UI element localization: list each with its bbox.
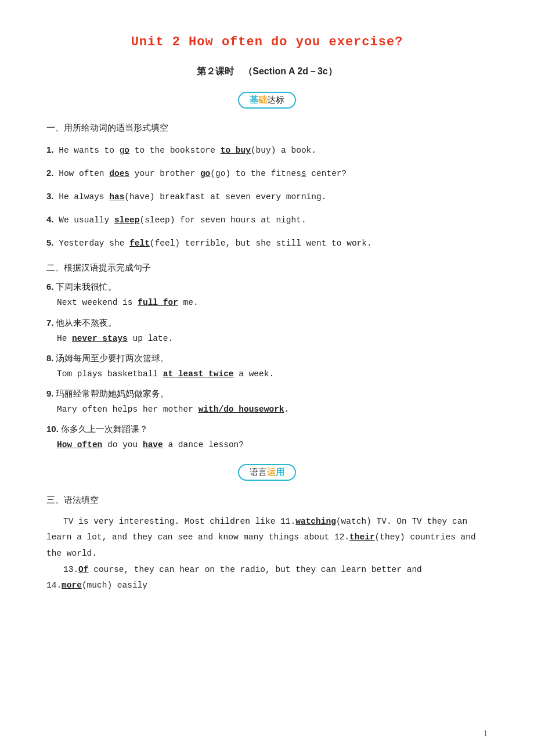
q1-answer2: to buy bbox=[221, 146, 251, 155]
ans14: more bbox=[62, 581, 82, 590]
q10-chinese: 10. 你多久上一次舞蹈课？ bbox=[46, 424, 488, 435]
q3-num: 3. bbox=[46, 191, 54, 201]
question-3: 3. He always has(have) breakfast at seve… bbox=[46, 188, 488, 204]
section3-header: 三、语法填空 bbox=[46, 495, 488, 506]
ans12: their bbox=[349, 532, 375, 542]
q7-answer: never stays bbox=[72, 334, 128, 343]
subtitle: 第２课时 （Section A 2d－3c） bbox=[46, 66, 488, 78]
q7-english: He never stays up late. bbox=[57, 331, 488, 346]
paragraph-section: TV is very interesting. Most children li… bbox=[46, 514, 488, 594]
q2-answer2: go bbox=[200, 169, 210, 178]
q2-num: 2. bbox=[46, 168, 54, 178]
question-5: 5. Yesterday she felt(feel) terrible, bu… bbox=[46, 235, 488, 251]
q5-answer1: felt bbox=[129, 239, 150, 248]
q6-english: Next weekend is full for me. bbox=[57, 295, 488, 310]
q6-answer: full for bbox=[138, 298, 178, 307]
q9-english: Mary often helps her mother with/do hous… bbox=[57, 402, 488, 417]
badge2-container: 语言运用 bbox=[46, 464, 488, 481]
badge2-char3: 用 bbox=[276, 467, 284, 478]
question-8: 8. 汤姆每周至少要打两次篮球。 Tom plays basketball at… bbox=[46, 353, 488, 381]
q7-chinese: 7. 他从来不熬夜。 bbox=[46, 318, 488, 329]
paragraph-text2: 13.Of course, they can hear on the radio… bbox=[46, 562, 488, 594]
question-10: 10. 你多久上一次舞蹈课？ How often do you have a d… bbox=[46, 424, 488, 452]
question-6: 6. 下周末我很忙。 Next weekend is full for me. bbox=[46, 282, 488, 310]
q10-answer2: have bbox=[143, 440, 163, 449]
q6-chinese: 6. 下周末我很忙。 bbox=[46, 282, 488, 293]
q9-chinese: 9. 玛丽经常帮助她妈妈做家务。 bbox=[46, 388, 488, 399]
page-number: 1 bbox=[484, 729, 488, 739]
section2-header: 二、根据汉语提示完成句子 bbox=[46, 262, 488, 273]
badge1-char2: 础 bbox=[258, 95, 267, 106]
badge1-char3: 达标 bbox=[267, 95, 284, 106]
section2: 二、根据汉语提示完成句子 6. 下周末我很忙。 Next weekend is … bbox=[46, 262, 488, 452]
q4-answer1: sleep bbox=[114, 215, 140, 225]
section1: 一、用所给动词的适当形式填空 1. He wants to go to the … bbox=[46, 123, 488, 251]
q8-english: Tom plays basketball at least twice a we… bbox=[57, 366, 488, 381]
question-1: 1. He wants to go to the bookstore to bu… bbox=[46, 142, 488, 158]
badge1: 基础达标 bbox=[238, 92, 296, 109]
q10-answer1: How often bbox=[57, 440, 102, 449]
question-2: 2. How often does your brother go(go) to… bbox=[46, 165, 488, 181]
section1-header: 一、用所给动词的适当形式填空 bbox=[46, 123, 488, 134]
ans13: Of bbox=[78, 565, 88, 574]
question-7: 7. 他从来不熬夜。 He never stays up late. bbox=[46, 318, 488, 346]
badge1-container: 基础达标 bbox=[46, 92, 488, 109]
q9-answer: with/do housework bbox=[199, 405, 284, 414]
q5-num: 5. bbox=[46, 237, 54, 247]
q1-num: 1. bbox=[46, 145, 54, 154]
section3: 三、语法填空 TV is very interesting. Most chil… bbox=[46, 495, 488, 594]
ans11: watching bbox=[295, 517, 336, 526]
questions-part1: 1. He wants to go to the bookstore to bu… bbox=[46, 142, 488, 251]
badge1-char1: 基 bbox=[250, 95, 258, 106]
q4-num: 4. bbox=[46, 214, 54, 224]
badge2: 语言运用 bbox=[238, 464, 296, 481]
q1-answer1: o bbox=[124, 146, 129, 155]
badge2-char1: 语言 bbox=[250, 467, 267, 478]
q10-english: How often do you have a dance lesson? bbox=[57, 437, 488, 452]
q2-answer1: does bbox=[109, 169, 129, 178]
q8-answer: at least twice bbox=[163, 369, 234, 379]
page-title: Unit 2 How often do you exercise? bbox=[46, 35, 488, 49]
question-4: 4. We usually sleep(sleep) for seven hou… bbox=[46, 211, 488, 228]
paragraph-text: TV is very interesting. Most children li… bbox=[46, 514, 488, 562]
q3-answer1: has bbox=[109, 192, 124, 201]
question-9: 9. 玛丽经常帮助她妈妈做家务。 Mary often helps her mo… bbox=[46, 388, 488, 417]
q8-chinese: 8. 汤姆每周至少要打两次篮球。 bbox=[46, 353, 488, 364]
badge2-char2: 运 bbox=[267, 467, 276, 478]
